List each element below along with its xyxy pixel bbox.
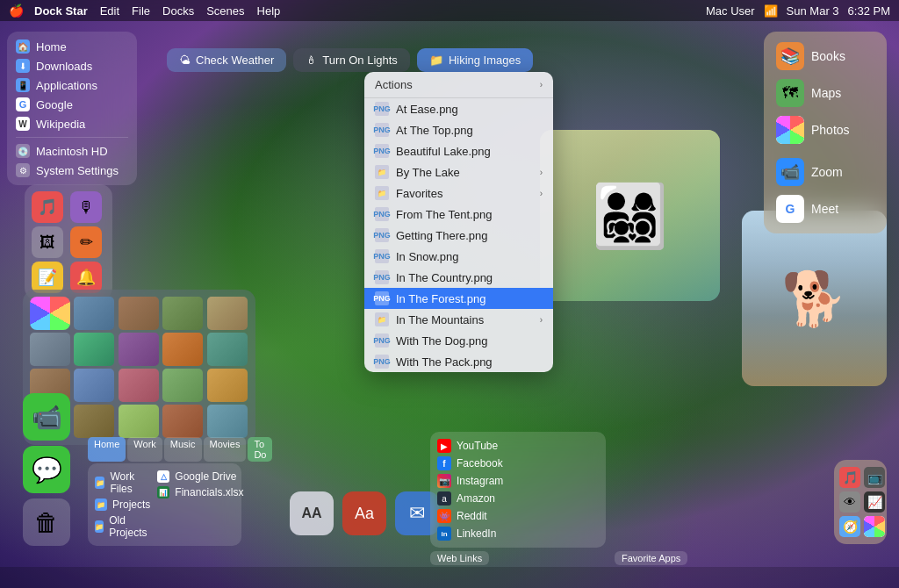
photo-thumb-13[interactable] xyxy=(162,369,203,402)
photo-thumb-14[interactable] xyxy=(207,369,248,402)
bottom-right-mini-dock: 🎵 📺 👁 📈 🧭 xyxy=(834,460,887,544)
dropdown-item-in-country[interactable]: PNG In The Country.png xyxy=(364,267,553,288)
web-link-amazon[interactable]: a Amazon xyxy=(437,490,599,507)
menu-file[interactable]: File xyxy=(132,4,150,18)
file-icon: PNG xyxy=(375,333,389,348)
sidebar-item-downloads[interactable]: ⬇ Downloads xyxy=(7,56,137,75)
maps-app-item[interactable]: 🗺 Maps xyxy=(771,75,880,111)
dropdown-item-at-top[interactable]: PNG At The Top.png xyxy=(364,119,553,140)
web-link-youtube[interactable]: ▶ YouTube xyxy=(437,437,599,455)
meet-app-item[interactable]: G Meet xyxy=(771,191,880,226)
tab-home[interactable]: Home xyxy=(88,437,126,462)
zoom-app-item[interactable]: 📹 Zoom xyxy=(771,154,880,190)
dropdown-item-from-tent[interactable]: PNG From The Tent.png xyxy=(364,204,553,225)
dropdown-item-at-ease[interactable]: PNG At Ease.png xyxy=(364,98,553,119)
photo-thumb-16[interactable] xyxy=(74,405,114,438)
photo-thumb-19[interactable] xyxy=(207,405,248,438)
photo-thumb-7[interactable] xyxy=(119,333,159,366)
dropdown-item-with-pack[interactable]: PNG With The Pack.png xyxy=(364,351,553,372)
trash-icon[interactable]: 🗑 xyxy=(23,498,70,546)
file-icon: PNG xyxy=(375,228,389,242)
stickies-mini-icon[interactable]: 📝 xyxy=(32,262,63,293)
tab-music[interactable]: Music xyxy=(164,437,202,462)
sidebar-item-macintosh-hd[interactable]: 💿 Macintosh HD xyxy=(7,141,137,161)
photo-thumb-4[interactable] xyxy=(207,297,248,330)
safari-br-icon[interactable]: 🧭 xyxy=(839,516,860,537)
preview-mini-icon[interactable]: 🖼 xyxy=(32,226,63,258)
youtube-icon: ▶ xyxy=(437,439,451,453)
instagram-icon: 📷 xyxy=(437,474,451,488)
menu-help[interactable]: Help xyxy=(257,4,281,18)
dictionary-button[interactable]: Aa xyxy=(342,491,386,535)
tab-todo[interactable]: To Do xyxy=(248,437,272,462)
sidebar-item-home[interactable]: 🏠 Home xyxy=(7,37,137,56)
dropdown-item-getting-there[interactable]: PNG Getting There.png xyxy=(364,225,553,246)
photos-br-icon[interactable] xyxy=(864,516,885,537)
tab-movies[interactable]: Movies xyxy=(204,437,247,462)
photos-app-thumb[interactable] xyxy=(30,297,70,330)
chevron-right-icon: › xyxy=(540,168,543,177)
dropdown-item-in-forest[interactable]: PNG In The Forest.png xyxy=(364,288,553,309)
web-link-instagram[interactable]: 📷 Instagram xyxy=(437,472,599,490)
file-icon: PNG xyxy=(375,291,389,305)
photo-thumb-8[interactable] xyxy=(162,333,203,366)
music-br-icon[interactable]: 🎵 xyxy=(839,467,860,488)
tab-row-old-projects: 📁 Old Projects xyxy=(95,513,150,541)
google-icon: G xyxy=(16,97,30,111)
podcasts-mini-icon[interactable]: 🎙 xyxy=(70,191,102,223)
folder-icon: 📁 xyxy=(95,498,107,511)
dropdown-item-favorites[interactable]: 📁 Favorites › xyxy=(364,183,553,204)
reminders-mini-icon[interactable]: 🔔 xyxy=(70,262,102,293)
sidebar-item-google[interactable]: G Google xyxy=(7,95,137,114)
dropdown-item-by-the-lake[interactable]: 📁 By The Lake › xyxy=(364,161,553,183)
photos-app-item[interactable]: Photos xyxy=(771,112,880,147)
menu-scenes[interactable]: Scenes xyxy=(206,4,244,18)
music-mini-icon[interactable]: 🎵 xyxy=(32,191,63,223)
bottom-left-dock: 📹 💬 🗑 xyxy=(23,393,70,546)
web-link-facebook[interactable]: f Facebook xyxy=(437,455,599,472)
photo-thumb-18[interactable] xyxy=(162,405,203,438)
sidebar-item-wikipedia[interactable]: W Wikipedia xyxy=(7,114,137,133)
font-size-button[interactable]: AA xyxy=(290,491,334,535)
photo-thumb-9[interactable] xyxy=(207,333,248,366)
photo-thumb-5[interactable] xyxy=(30,333,70,366)
stocks-br-icon[interactable]: 📈 xyxy=(864,491,885,513)
dropdown-item-beautiful-lake[interactable]: PNG Beautiful Lake.png xyxy=(364,140,553,161)
menu-edit[interactable]: Edit xyxy=(100,4,119,18)
photo-thumb-2[interactable] xyxy=(119,297,159,330)
photo-thumb-3[interactable] xyxy=(162,297,203,330)
facetime-icon[interactable]: 📹 xyxy=(23,393,70,441)
menu-docks[interactable]: Docks xyxy=(162,4,194,18)
photo-thumb-11[interactable] xyxy=(74,369,114,402)
photo-thumb-12[interactable] xyxy=(119,369,159,402)
books-app-item[interactable]: 📚 Books xyxy=(771,39,880,74)
web-links-widget: ▶ YouTube f Facebook 📷 Instagram a Amazo… xyxy=(430,432,606,565)
dictionary-label: Aa xyxy=(355,505,374,523)
dropdown-item-with-dog[interactable]: PNG With The Dog.png xyxy=(364,330,553,351)
web-link-linkedin[interactable]: in LinkedIn xyxy=(437,525,599,542)
weather-icon: 🌤 xyxy=(179,54,191,67)
turn-on-lights-button[interactable]: 🕯 Turn On Lights xyxy=(293,48,410,72)
hiking-images-button[interactable]: 📁 Hiking Images xyxy=(417,48,533,72)
dog-photo-widget[interactable] xyxy=(742,211,887,386)
app-name[interactable]: Dock Star xyxy=(34,4,88,18)
tab-work[interactable]: Work xyxy=(127,437,162,462)
preview-br-icon[interactable]: 👁 xyxy=(839,491,860,513)
tv-br-icon[interactable]: 📺 xyxy=(864,467,885,488)
photo-thumb-17[interactable] xyxy=(119,405,159,438)
disk-icon: 💿 xyxy=(16,144,30,158)
dropdown-item-in-mountains[interactable]: 📁 In The Mountains › xyxy=(364,309,553,330)
check-weather-button[interactable]: 🌤 Check Weather xyxy=(167,48,286,72)
messages-icon[interactable]: 💬 xyxy=(23,446,70,493)
actions-chevron-icon: › xyxy=(540,80,543,90)
sidebar-item-system-settings[interactable]: ⚙ System Settings xyxy=(7,161,137,180)
right-app-sidebar: 📚 Books 🗺 Maps Photos 📹 Zoom G Meet xyxy=(764,32,887,233)
photo-thumb-6[interactable] xyxy=(74,333,114,366)
sidebar-item-applications[interactable]: 📱 Applications xyxy=(7,75,137,95)
photo-thumb-1[interactable] xyxy=(74,297,114,330)
dropdown-item-in-snow[interactable]: PNG In Snow.png xyxy=(364,246,553,267)
notes-mini-icon[interactable]: ✏ xyxy=(70,226,102,258)
apple-menu[interactable]: 🍎 xyxy=(9,4,24,18)
family-photo-widget[interactable] xyxy=(540,130,720,301)
web-link-reddit[interactable]: 👾 Reddit xyxy=(437,507,599,525)
